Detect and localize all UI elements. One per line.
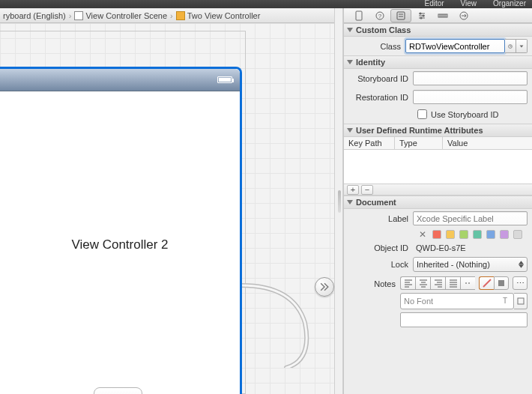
class-dropdown-button[interactable] xyxy=(516,39,528,53)
swatch-green[interactable] xyxy=(459,230,468,239)
doc-label-label: Label xyxy=(344,214,413,223)
section-document[interactable]: Document xyxy=(344,196,532,209)
chevron-right-icon: › xyxy=(170,11,173,20)
runtime-add-remove: + − xyxy=(344,184,532,196)
swatch-blue[interactable] xyxy=(486,230,495,239)
svg-rect-0 xyxy=(356,11,362,20)
more-format-button[interactable]: ⋯ xyxy=(513,276,528,290)
battery-icon xyxy=(217,76,232,83)
restoration-id-field[interactable] xyxy=(413,90,528,104)
size-inspector-tab[interactable] xyxy=(432,9,453,22)
chevron-right-icon: › xyxy=(69,11,72,20)
add-attribute-button[interactable]: + xyxy=(347,185,359,195)
storyboard-id-field[interactable] xyxy=(413,71,528,85)
menu-organizer[interactable]: Organizer xyxy=(493,0,526,8)
use-storyboard-id-label: Use Storyboard ID xyxy=(431,110,498,119)
col-keypath[interactable]: Key Path xyxy=(344,137,395,149)
bg-color-button[interactable] xyxy=(494,276,509,290)
remove-attribute-button[interactable]: − xyxy=(361,185,373,195)
inspector-panel: ? Custom Class Class xyxy=(343,8,532,394)
svg-point-11 xyxy=(420,16,423,19)
section-identity[interactable]: Identity xyxy=(344,55,532,69)
svg-point-9 xyxy=(420,12,422,14)
swatch-yellow[interactable] xyxy=(446,230,455,239)
svg-text:?: ? xyxy=(378,13,382,19)
swatch-purple[interactable] xyxy=(500,230,509,239)
align-center-button[interactable] xyxy=(415,276,430,290)
next-button[interactable]: Next xyxy=(94,387,142,394)
svg-rect-3 xyxy=(397,12,405,19)
label-color-swatches: ✕ xyxy=(413,230,522,239)
notes-label: Notes xyxy=(344,276,400,288)
swatch-red[interactable] xyxy=(432,230,441,239)
object-id-value: QWD-E0-s7E xyxy=(413,243,466,252)
connections-inspector-tab[interactable] xyxy=(453,9,474,22)
class-field[interactable] xyxy=(405,39,505,53)
view-controller-selection[interactable]: View Controller 2 Next Popup xyxy=(0,67,242,394)
inspector-tabs: ? xyxy=(344,8,532,23)
view-controller-title-label: View Controller 2 xyxy=(0,237,240,252)
swatch-teal[interactable] xyxy=(473,230,482,239)
disclosure-triangle-icon xyxy=(347,200,353,204)
notes-text-field[interactable] xyxy=(400,312,528,327)
swatch-gray[interactable] xyxy=(513,230,522,239)
align-justify-button[interactable] xyxy=(445,276,460,290)
breadcrumb-item-controller[interactable]: Two View Controller xyxy=(176,11,261,20)
align-right-button[interactable] xyxy=(430,276,445,290)
svg-text:T: T xyxy=(503,297,507,305)
object-id-label: Object ID xyxy=(344,243,413,252)
swatch-clear[interactable]: ✕ xyxy=(419,230,428,239)
use-storyboard-id-checkbox[interactable] xyxy=(417,109,427,119)
col-value[interactable]: Value xyxy=(443,137,532,149)
runtime-table-headers: Key Path Type Value xyxy=(344,137,532,150)
status-bar xyxy=(0,69,240,91)
svg-rect-39 xyxy=(518,298,524,304)
text-color-button[interactable] xyxy=(479,276,494,290)
help-inspector-tab[interactable]: ? xyxy=(369,9,390,22)
canvas[interactable]: View Controller 2 Next Popup xyxy=(0,23,334,394)
lock-label: Lock xyxy=(344,260,413,269)
viewcontroller-icon xyxy=(176,11,185,20)
align-left-button[interactable] xyxy=(400,276,415,290)
split-divider[interactable] xyxy=(334,8,343,394)
menu-editor[interactable]: Editor xyxy=(424,0,444,8)
breadcrumb-item-scene[interactable]: View Controller Scene xyxy=(74,11,167,20)
col-type[interactable]: Type xyxy=(395,137,443,149)
disclosure-triangle-icon xyxy=(347,128,353,133)
attributes-inspector-tab[interactable] xyxy=(411,9,432,22)
doc-label-field[interactable] xyxy=(413,211,528,225)
svg-point-10 xyxy=(423,14,425,16)
section-custom-class[interactable]: Custom Class xyxy=(344,23,532,37)
scene-icon xyxy=(74,11,83,20)
font-panel-button[interactable] xyxy=(514,293,528,309)
notes-toolbar: ⋯ xyxy=(400,276,528,290)
disclosure-triangle-icon xyxy=(347,60,353,64)
svg-rect-37 xyxy=(498,280,504,286)
lock-select[interactable]: Inherited - (Nothing) xyxy=(413,257,528,272)
identity-inspector-tab[interactable] xyxy=(390,9,411,22)
class-label: Class xyxy=(344,42,405,51)
breadcrumb[interactable]: ryboard (English) › View Controller Scen… xyxy=(0,8,343,23)
runtime-table-body[interactable] xyxy=(344,150,532,184)
breadcrumb-item-storyboard[interactable]: ryboard (English) xyxy=(3,11,66,20)
class-history-button[interactable] xyxy=(505,39,516,53)
file-inspector-tab[interactable] xyxy=(348,9,369,22)
font-picker-icon: T xyxy=(501,296,510,306)
app-menu-bar: Editor View Organizer xyxy=(0,0,532,8)
menu-view[interactable]: View xyxy=(461,0,477,8)
notes-font-field[interactable]: No Font T xyxy=(400,293,514,309)
segue-knob[interactable] xyxy=(315,277,334,297)
section-runtime[interactable]: User Defined Runtime Attributes xyxy=(344,124,532,137)
restoration-id-label: Restoration ID xyxy=(344,93,413,102)
spacing-button[interactable] xyxy=(460,276,475,290)
storyboard-id-label: Storyboard ID xyxy=(344,74,413,83)
disclosure-triangle-icon xyxy=(347,28,353,32)
